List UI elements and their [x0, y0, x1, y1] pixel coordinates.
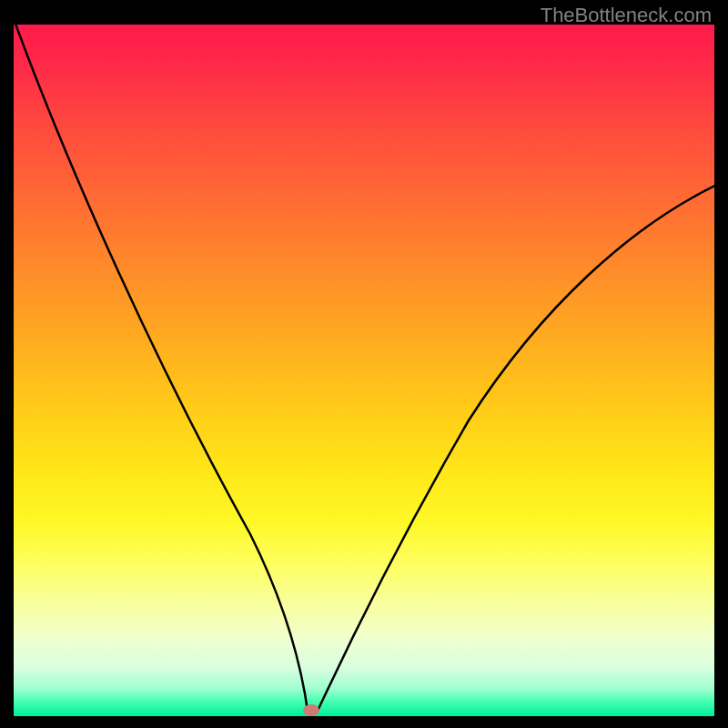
curve-path: [14, 25, 714, 713]
plot-area: [14, 25, 714, 716]
bottleneck-curve: [14, 25, 714, 716]
optimum-marker: [303, 704, 319, 716]
attribution-text: TheBottleneck.com: [541, 4, 712, 27]
